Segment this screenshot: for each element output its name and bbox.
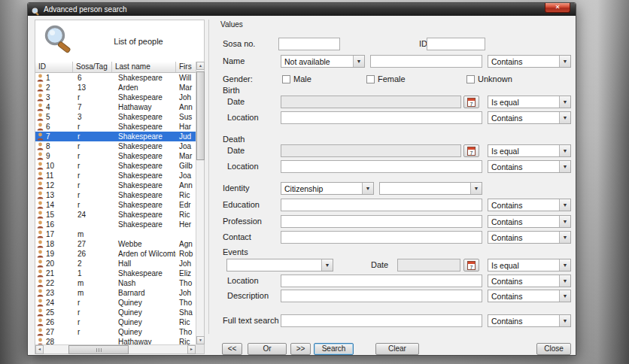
cell-lastname: Quiney [112, 308, 176, 317]
column-header-id[interactable]: ID [35, 62, 73, 72]
birth-location-op-dropdown[interactable]: Contains ▼ [488, 111, 571, 124]
unknown-checkbox[interactable] [466, 75, 475, 83]
name-source-dropdown[interactable]: Not available ▼ [281, 55, 365, 68]
or-button[interactable]: Or [248, 343, 287, 355]
table-row[interactable]: 1524ShakespeareRic [35, 210, 196, 220]
cell-sosa: r [73, 181, 112, 190]
table-row[interactable]: 12rShakespeareAnn [35, 180, 196, 190]
previous-button[interactable]: << [222, 343, 242, 355]
table-row[interactable]: 26rQuineyRic [35, 317, 196, 327]
table-row[interactable]: 27rQuineyTho [35, 327, 196, 337]
full-text-op-dropdown[interactable]: Contains ▼ [488, 314, 571, 327]
death-date-field[interactable] [281, 144, 461, 157]
education-input[interactable] [281, 199, 482, 211]
column-header-lastname[interactable]: Last name [112, 62, 176, 72]
cell-sosa: m [73, 230, 112, 238]
event-date-field[interactable] [397, 259, 460, 271]
close-button[interactable]: Close [536, 343, 571, 355]
table-row[interactable]: 213ArdenMar [35, 83, 196, 93]
table-row[interactable]: 211ShakespeareEliz [35, 268, 196, 278]
panel-divider [208, 20, 209, 334]
table-row[interactable]: 23mBarnardJoh [35, 288, 196, 298]
table-row[interactable]: 6rShakespeareHar [35, 122, 196, 132]
female-checkbox[interactable] [366, 75, 375, 83]
event-date-picker-button[interactable]: 7 [463, 259, 479, 271]
scroll-up-icon[interactable]: ▲ [196, 62, 205, 70]
full-text-input[interactable] [281, 314, 482, 327]
sosa-input[interactable] [278, 38, 340, 50]
death-date-picker-button[interactable]: 7 [463, 144, 479, 157]
event-location-input[interactable] [281, 275, 482, 287]
identity-value-dropdown[interactable]: ▼ [379, 182, 482, 195]
horizontal-scrollbar[interactable]: ◄ ► [35, 344, 204, 353]
name-op-dropdown[interactable]: Contains ▼ [488, 55, 571, 68]
table-row[interactable]: 202HallJoh [35, 259, 196, 268]
event-location-op-dropdown[interactable]: Contains ▼ [488, 275, 571, 287]
death-location-op-dropdown[interactable]: Contains ▼ [488, 160, 571, 173]
vertical-scrollbar[interactable]: ▲ ▼ [196, 62, 204, 344]
event-description-op-dropdown[interactable]: Contains ▼ [488, 290, 571, 302]
cell-sosa: r [73, 132, 112, 141]
contact-input[interactable] [281, 231, 482, 244]
table-row[interactable]: 28HathawayRic [35, 337, 196, 344]
next-button[interactable]: >> [290, 343, 311, 355]
table-row[interactable]: 24rQuineyTho [35, 298, 196, 308]
event-date-op-dropdown[interactable]: Is equal ▼ [488, 259, 571, 271]
clear-button[interactable]: Clear [375, 343, 419, 355]
identity-label: Identity [223, 182, 249, 195]
name-input[interactable] [370, 55, 482, 68]
column-header-sosa[interactable]: Sosa/Tag [73, 62, 112, 72]
table-row[interactable]: 16ShakespeareWill [35, 73, 196, 83]
table-row[interactable]: 53ShakespeareSus [35, 112, 196, 122]
birth-date-picker-button[interactable]: 7 [463, 96, 479, 108]
death-location-input[interactable] [281, 160, 482, 173]
event-description-input[interactable] [281, 290, 482, 302]
id-input[interactable] [427, 38, 485, 50]
scroll-down-icon[interactable]: ▼ [196, 336, 205, 344]
profession-op-dropdown[interactable]: Contains ▼ [488, 215, 571, 228]
cell-firstname: Mar [176, 83, 196, 92]
scroll-right-icon[interactable]: ► [187, 345, 196, 354]
education-op-dropdown[interactable]: Contains ▼ [488, 199, 571, 211]
contact-op-dropdown[interactable]: Contains ▼ [488, 231, 571, 244]
cell-sosa: m [73, 289, 112, 297]
table-row[interactable]: 11rShakespeareJoa [35, 171, 196, 180]
cell-id: 8 [45, 142, 73, 150]
profession-input[interactable] [281, 215, 482, 228]
column-header-firstname[interactable]: Firs [176, 62, 196, 72]
death-date-op-dropdown[interactable]: Is equal ▼ [488, 144, 571, 157]
table-row[interactable]: 1827WebbeAgn [35, 239, 196, 249]
cell-lastname: Shakespeare [112, 152, 176, 160]
table-row[interactable]: 22mNashTho [35, 278, 196, 288]
titlebar[interactable]: Advanced person search ✕ [28, 3, 576, 16]
vertical-scroll-thumb[interactable] [196, 71, 205, 160]
contact-row: Contact Contains ▼ [211, 231, 571, 244]
identity-type-dropdown[interactable]: Citizenship ▼ [281, 182, 374, 195]
table-row[interactable]: 3rShakespeareJoh [35, 93, 196, 102]
scroll-left-icon[interactable]: ◄ [35, 345, 44, 354]
table-row[interactable]: 7rShakespeareJud [35, 132, 196, 141]
birth-date-op-dropdown[interactable]: Is equal ▼ [488, 96, 571, 108]
birth-date-field[interactable] [281, 96, 461, 108]
horizontal-scroll-thumb[interactable] [68, 345, 129, 354]
person-icon [35, 269, 45, 278]
birth-location-input[interactable] [281, 111, 482, 124]
table-row[interactable]: 13rShakespeareRic [35, 190, 196, 200]
chevron-down-icon: ▼ [559, 259, 570, 271]
table-row[interactable]: 14rShakespeareEdr [35, 200, 196, 210]
table-row[interactable]: 10rShakespeareGilb [35, 161, 196, 171]
table-row[interactable]: 17m [35, 229, 196, 239]
table-row[interactable]: 25rQuineySha [35, 308, 196, 317]
cell-id: 28 [45, 338, 73, 344]
table-row[interactable]: 1926Arden of WilcomteRob [35, 249, 196, 259]
cell-id: 1 [45, 74, 73, 82]
person-icon [35, 83, 45, 93]
search-button[interactable]: Search [314, 343, 354, 355]
table-row[interactable]: 8rShakespeareJoa [35, 141, 196, 151]
table-row[interactable]: 47HathawayAnn [35, 102, 196, 112]
close-window-button[interactable]: ✕ [545, 3, 570, 13]
event-type-dropdown[interactable]: ▼ [226, 259, 333, 271]
table-row[interactable]: 9rShakespeareMar [35, 151, 196, 161]
male-checkbox[interactable] [282, 75, 290, 83]
table-row[interactable]: 16ShakespeareHer [35, 220, 196, 229]
